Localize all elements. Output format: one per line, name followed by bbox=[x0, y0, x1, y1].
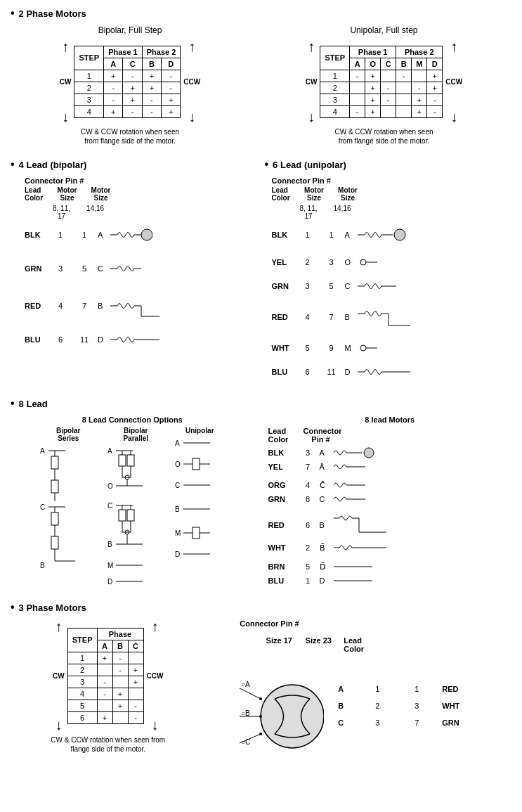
blk-letter: A bbox=[98, 231, 107, 239]
eight-wht-letter: B̄ bbox=[320, 543, 331, 553]
three-col-a: A bbox=[97, 640, 112, 652]
three-phase-motor-svg: ○A ○B ○C bbox=[240, 660, 324, 759]
six-col-motor-size2: MotorSize bbox=[332, 186, 364, 202]
six-yel-pin2: 3 bbox=[321, 258, 342, 266]
red-pin1: 4 bbox=[50, 302, 71, 310]
conn-a-size17: 1 bbox=[363, 685, 391, 693]
eight-motors-headers: LeadColor ConnectorPin # bbox=[268, 427, 512, 444]
unipolar-ccw-arrow-col: ↑ CCW ↓ bbox=[445, 39, 462, 124]
blu-8-coil bbox=[334, 574, 376, 587]
unipolar-phase1-header: Phase 1 bbox=[350, 46, 396, 58]
six-wht-letter: M bbox=[345, 344, 355, 352]
red-color: RED bbox=[25, 302, 47, 310]
six-red-coil-svg bbox=[358, 303, 414, 331]
table-row: 4-++- bbox=[320, 105, 443, 117]
red-letter: B bbox=[98, 302, 107, 310]
six-wht-color: WHT bbox=[272, 344, 294, 352]
eight-grn-pin: 8 bbox=[299, 495, 317, 503]
svg-rect-38 bbox=[51, 536, 58, 549]
red-8-coil bbox=[334, 511, 390, 539]
grn-8-coil bbox=[334, 493, 369, 505]
six-grn-coil-svg bbox=[358, 279, 400, 293]
table-row: 5+- bbox=[67, 700, 143, 711]
eight-brn-color: BRN bbox=[268, 562, 296, 571]
grn-letter: C bbox=[98, 264, 107, 273]
cw-arrow-col: ↑ CW ↓ bbox=[60, 39, 72, 124]
eight-blu-letter: D bbox=[320, 576, 331, 585]
three-phase-connector-title: Connector Pin # bbox=[240, 619, 299, 628]
bipolar-parallel-svg: A O C bbox=[107, 445, 164, 586]
grn-coil-svg bbox=[110, 258, 152, 279]
six-red-pin1: 4 bbox=[297, 313, 318, 321]
svg-text:A: A bbox=[40, 447, 45, 455]
three-phase-section: • 3 Phase Motors ↑ CW ↓ STEP Phase bbox=[11, 601, 511, 760]
svg-text:A: A bbox=[107, 447, 112, 455]
svg-text:B: B bbox=[107, 541, 112, 548]
svg-line-102 bbox=[240, 688, 261, 699]
eight-red-letter: B bbox=[320, 521, 331, 529]
eight-yel-pin: 7 bbox=[299, 463, 317, 471]
eight-red-pin: 6 bbox=[299, 521, 317, 529]
six-red-color: RED bbox=[272, 313, 294, 321]
four-lead-row-red: RED 4 7 B bbox=[25, 292, 258, 320]
svg-text:D: D bbox=[175, 550, 180, 558]
bipolar-block: Bipolar, Full Step ↑ CW ↓ STEP Phase 1 P… bbox=[60, 25, 200, 146]
ccw-arrow-up: ↑ bbox=[188, 39, 195, 53]
unipolar-step-header: STEP bbox=[320, 46, 350, 70]
six-blu-letter: D bbox=[345, 368, 355, 376]
six-blu-color: BLU bbox=[272, 368, 294, 376]
four-lead-row-blu: BLU 6 11 D bbox=[25, 333, 258, 347]
three-column-options: BipolarSeries A C bbox=[11, 427, 254, 587]
eight-org-letter: C̄ bbox=[320, 481, 331, 490]
eight-motor-row-blk: BLK 3 A bbox=[268, 446, 512, 459]
bipolar-parallel-label: BipolarParallel bbox=[107, 427, 164, 442]
two-phase-section: • 2 Phase Motors Bipolar, Full Step ↑ CW… bbox=[11, 7, 511, 146]
size-val-2: 14,16 bbox=[79, 205, 111, 220]
unipolar-table: STEP Phase 1 Phase 2 A O C B M D bbox=[320, 46, 443, 118]
six-lead-title: • 6 Lead (unipolar) bbox=[265, 158, 512, 171]
svg-text:O: O bbox=[107, 482, 113, 490]
three-phase-table-wrapper: ↑ CW ↓ STEP Phase A B C bbox=[53, 619, 163, 732]
six-red-pin2: 7 bbox=[321, 313, 342, 321]
ccw-arrow-col: ↑ CCW ↓ bbox=[183, 39, 200, 124]
eight-blk-pin: 3 bbox=[299, 449, 317, 457]
eight-brn-letter: D̄ bbox=[320, 562, 331, 572]
six-lead-bullet: • bbox=[265, 158, 269, 171]
eight-blk-color: BLK bbox=[268, 449, 296, 457]
six-yel-pin1: 2 bbox=[297, 258, 318, 266]
three-col-c: C bbox=[128, 640, 143, 652]
unipolar-8-col: Unipolar A O C B bbox=[175, 427, 224, 587]
six-red-letter: B bbox=[345, 313, 355, 321]
eight-blu-pin: 1 bbox=[299, 576, 317, 585]
six-col-lead-color: LeadColor bbox=[272, 186, 296, 202]
six-wht-coil-svg bbox=[358, 341, 379, 355]
svg-point-2 bbox=[141, 229, 152, 240]
conn-row-c: C 3 7 GRN bbox=[338, 718, 477, 727]
six-size-val-2: 14,16 bbox=[327, 205, 358, 220]
brn-8-coil bbox=[334, 560, 376, 573]
four-lead-diagram: Connector Pin # LeadColor MotorSize Moto… bbox=[25, 176, 258, 347]
unipolar-table-wrapper: ↑ CW ↓ STEP Phase 1 Phase 2 A O bbox=[306, 39, 462, 124]
svg-text:○C: ○C bbox=[241, 738, 250, 746]
eight-motor-row-wht: WHT 2 B̄ bbox=[268, 541, 512, 555]
six-yel-letter: O bbox=[345, 258, 355, 266]
svg-rect-57 bbox=[119, 510, 126, 521]
three-phase-motor-area: ○A ○B ○C A 1 1 RED B 2 3 bbox=[240, 660, 477, 760]
uni-col-b: B bbox=[396, 58, 412, 70]
conn-c-size23: 7 bbox=[403, 718, 431, 727]
bipolar-table-wrapper: ↑ CW ↓ STEP Phase 1 Phase 2 A C bbox=[60, 39, 200, 124]
table-row: 6+- bbox=[67, 711, 143, 723]
unipolar-ccw-down: ↓ bbox=[450, 110, 457, 124]
svg-point-105 bbox=[259, 715, 262, 718]
cw-label: CW bbox=[60, 78, 72, 86]
unipolar-cw-down: ↓ bbox=[308, 110, 315, 124]
six-blk-pin2: 1 bbox=[321, 231, 342, 239]
six-blk-coil-svg bbox=[358, 224, 407, 245]
red-pin2: 7 bbox=[74, 302, 95, 310]
eight-motor-connector-header: ConnectorPin # bbox=[304, 427, 339, 444]
conn-b-letter: B bbox=[338, 702, 352, 710]
cw-arrow-up: ↑ bbox=[62, 39, 69, 53]
conn-c-letter: C bbox=[338, 718, 352, 727]
bipolar-col-a: A bbox=[104, 58, 123, 70]
col-motor-size2-label: MotorSize bbox=[85, 186, 117, 202]
